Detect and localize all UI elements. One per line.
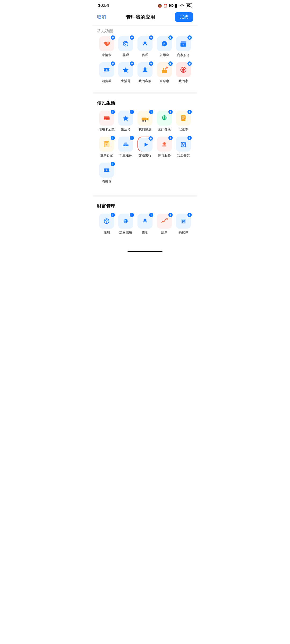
app-label: 信用卡还款 xyxy=(99,127,115,132)
svg-rect-45 xyxy=(182,119,184,119)
app-item-xiaofeiquan2[interactable]: 券 + 消费券 xyxy=(97,163,116,184)
app-label: 体育服务 xyxy=(158,153,171,158)
plus-badge[interactable]: + xyxy=(168,35,173,40)
app-item-quanqiuhui[interactable]: ✈ + 全球惠 xyxy=(155,62,174,83)
svg-text:¥: ¥ xyxy=(106,143,107,146)
app-item-shangjia[interactable]: ¥ + 商家服务 xyxy=(174,36,193,57)
app-item-shenghuo[interactable]: + 生活号 xyxy=(116,62,136,83)
plus-badge[interactable]: + xyxy=(148,136,153,141)
svg-point-74 xyxy=(125,220,125,221)
svg-point-75 xyxy=(126,220,127,221)
page-title: 管理我的应用 xyxy=(126,14,155,20)
plus-badge[interactable]: + xyxy=(110,109,115,115)
plus-badge[interactable]: + xyxy=(168,61,173,66)
plus-badge[interactable]: + xyxy=(148,212,154,218)
app-label: 芝麻信用 xyxy=(119,230,132,235)
app-label: 花呗 xyxy=(103,230,110,235)
plus-badge[interactable]: + xyxy=(168,135,173,141)
app-item-zhima[interactable]: + 芝麻信用 xyxy=(116,214,136,235)
plus-badge[interactable]: + xyxy=(110,135,115,141)
app-item-tiyu[interactable]: + 体育服务 xyxy=(155,137,174,158)
app-item-xiaofeiquan[interactable]: 券 + 消费券 xyxy=(97,62,116,83)
app-item-huabei2[interactable]: + 花呗 xyxy=(97,214,116,235)
plus-badge[interactable]: + xyxy=(110,35,115,40)
plus-badge[interactable]: + xyxy=(110,161,115,167)
wifi-icon xyxy=(180,3,184,8)
plus-badge[interactable]: + xyxy=(148,61,154,66)
app-item-yiliao[interactable]: + 医疗健康 xyxy=(155,111,174,132)
svg-rect-2 xyxy=(121,39,130,49)
plus-badge[interactable]: + xyxy=(168,109,173,115)
app-item-jizhangben[interactable]: ¥ + 记账本 xyxy=(174,111,193,132)
app-label: 发票管家 xyxy=(100,153,113,158)
plus-badge[interactable]: + xyxy=(187,35,192,40)
app-item-shenghuo2[interactable]: + 生活号 xyxy=(116,111,136,132)
app-label: 医疗健康 xyxy=(158,127,171,132)
app-item-kefu[interactable]: + 我的客服 xyxy=(135,62,155,83)
status-bar: 10:54 🔕 ⏰ HD▐▌ 92 xyxy=(93,0,197,10)
app-item-chezhu[interactable]: + 车主服务 xyxy=(116,137,136,158)
app-label: 借呗 xyxy=(142,53,148,57)
header: 取消 管理我的应用 完成 xyxy=(93,10,197,26)
app-label: 亲情卡 xyxy=(102,53,111,57)
app-item-jiaotong[interactable]: + 交通出行 xyxy=(135,137,155,158)
app-item-jiebei2[interactable]: + 借呗 xyxy=(135,214,155,235)
plus-badge[interactable]: + xyxy=(129,61,135,66)
app-item-mayibao[interactable]: 保 + 蚂蚁保 xyxy=(174,214,193,235)
section-title-bianmin: 便民生活 xyxy=(93,95,197,109)
plus-badge[interactable]: + xyxy=(148,109,154,115)
plus-badge[interactable]: + xyxy=(187,61,192,66)
app-label: 记账本 xyxy=(179,127,188,132)
plus-badge[interactable]: + xyxy=(187,109,192,115)
cancel-button[interactable]: 取消 xyxy=(97,14,106,20)
plus-badge[interactable]: + xyxy=(187,212,192,218)
svg-point-23 xyxy=(144,67,147,70)
svg-text:券: 券 xyxy=(105,69,108,71)
plus-badge[interactable]: + xyxy=(129,35,135,40)
plus-badge[interactable]: + xyxy=(110,212,115,218)
app-item-jiebei[interactable]: + 借呗 xyxy=(135,36,155,57)
plus-badge[interactable]: + xyxy=(129,109,135,115)
app-item-wojia[interactable]: + 我的家 xyxy=(174,62,193,83)
svg-point-39 xyxy=(145,120,146,122)
plus-badge[interactable]: + xyxy=(148,35,154,40)
app-grid-caijin: + 花呗 + 芝麻信用 xyxy=(93,212,197,242)
app-item-fapiao[interactable]: ¥ + 发票管家 xyxy=(97,137,116,158)
app-item-beiyongjin[interactable]: b + 备用金 xyxy=(155,36,174,57)
svg-rect-33 xyxy=(104,119,106,120)
app-label: 生活号 xyxy=(121,79,130,83)
app-item-kuaidi[interactable]: + 我的快递 xyxy=(135,111,155,132)
app-item-huabei[interactable]: + 花呗 xyxy=(116,36,136,57)
plus-badge[interactable]: + xyxy=(110,61,115,66)
app-label: 我的家 xyxy=(179,79,188,83)
app-label: 消费券 xyxy=(102,179,111,184)
svg-point-65 xyxy=(103,169,104,171)
app-item-gupiao[interactable]: + 股票 xyxy=(155,214,174,235)
svg-point-4 xyxy=(125,44,126,45)
svg-text:保: 保 xyxy=(182,219,185,223)
plus-badge[interactable]: + xyxy=(129,212,135,218)
done-button[interactable]: 完成 xyxy=(175,12,193,22)
app-label: 借呗 xyxy=(142,230,148,235)
app-label: 生活号 xyxy=(121,127,130,132)
svg-point-70 xyxy=(106,221,107,223)
app-item-qinqingka[interactable]: + 亲情卡 xyxy=(97,36,116,57)
svg-rect-44 xyxy=(182,118,185,118)
app-label: 消费券 xyxy=(102,79,111,83)
plus-badge[interactable]: + xyxy=(187,135,192,141)
plus-badge[interactable]: + xyxy=(129,135,135,141)
app-item-xinyong[interactable]: + 信用卡还款 xyxy=(97,111,116,132)
app-label: 交通出行 xyxy=(139,153,151,158)
svg-point-17 xyxy=(103,69,104,70)
status-time: 10:54 xyxy=(98,3,109,8)
app-label: 商家服务 xyxy=(177,53,190,57)
app-label: 我的客服 xyxy=(139,79,151,83)
svg-point-66 xyxy=(109,169,110,171)
app-item-anquan[interactable]: + 安全备忘 xyxy=(174,137,193,158)
app-grid-common: + 亲情卡 + 花呗 xyxy=(93,35,197,91)
svg-point-18 xyxy=(109,69,110,70)
battery-icon: 92 xyxy=(186,3,192,8)
app-label: 花呗 xyxy=(122,53,129,57)
status-icons: 🔕 ⏰ HD▐▌ 92 xyxy=(158,3,192,8)
plus-badge[interactable]: + xyxy=(168,212,173,218)
